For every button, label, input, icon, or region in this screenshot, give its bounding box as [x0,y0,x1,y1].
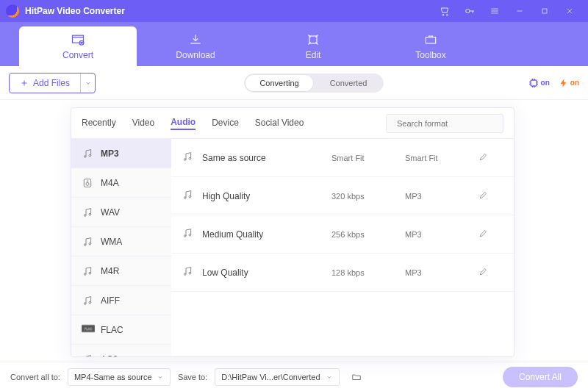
maximize-button[interactable] [532,0,557,22]
preset-bitrate: 128 kbps [331,268,405,277]
format-item-label: AC3 [101,354,118,357]
music-note-icon [182,227,202,241]
music-note-icon [82,295,93,306]
format-item-aiff[interactable]: AIFF [71,286,171,315]
format-item-label: MP3 [101,148,119,159]
format-item-label: FLAC [101,325,123,335]
tab-video[interactable]: Video [132,118,154,129]
svg-rect-7 [426,37,435,43]
tab-device[interactable]: Device [212,118,239,129]
preset-ext: Smart Fit [405,154,478,162]
music-note-icon [82,207,93,218]
format-item-m4r[interactable]: M4R [71,257,171,286]
format-item-ac3[interactable]: AC3 [71,345,171,356]
preset-name: Medium Quality [202,229,331,240]
save-to-value: D:\HitPaw Vi...er\Converted [221,373,320,381]
add-files-button[interactable]: Add Files [9,73,96,93]
app-title: HitPaw Video Converter [25,6,125,16]
svg-point-22 [89,301,91,304]
preset-name: Same as source [202,153,331,163]
tab-download[interactable]: Download [137,26,254,66]
format-item-label: WAV [101,207,120,218]
convert-all-to-select[interactable]: MP4-Same as source [68,368,171,386]
format-item-m4a[interactable]: M4A [71,168,171,198]
format-search[interactable] [386,114,503,133]
preset-row[interactable]: High Quality 320 kbps MP3 [171,177,514,215]
svg-point-31 [184,235,186,237]
convert-all-to-value: MP4-Same as source [74,373,152,381]
segment-converted[interactable]: Converted [314,74,383,92]
speaker-icon [82,177,93,189]
format-search-input[interactable] [397,119,498,128]
preset-edit-icon[interactable] [478,151,503,164]
preset-list: Same as source Smart Fit Smart Fit High … [171,139,514,356]
save-to-select[interactable]: D:\HitPaw Vi...er\Converted [215,368,340,386]
cart-button[interactable] [432,0,457,22]
tab-social-video[interactable]: Social Video [255,118,304,129]
preset-edit-icon[interactable] [478,266,503,279]
menu-button[interactable] [482,0,507,22]
tab-convert[interactable]: Convert [19,26,137,66]
svg-point-17 [84,243,86,245]
svg-point-11 [89,154,91,157]
tab-label: Convert [62,50,93,60]
svg-point-29 [184,197,186,199]
tab-audio[interactable]: Audio [171,117,196,130]
preset-name: High Quality [202,191,331,201]
music-note-icon [182,151,202,165]
convert-all-button[interactable]: Convert All [503,367,578,387]
svg-point-21 [84,302,86,304]
svg-point-18 [89,243,91,245]
flac-badge-icon: FLAC [82,324,93,336]
music-note-icon [82,236,93,248]
key-button[interactable] [457,0,482,22]
preset-ext: MP3 [405,268,478,277]
convert-all-button-label: Convert All [519,372,562,382]
format-category-tabs: Recently Video Audio Device Social Video [71,108,514,139]
svg-point-19 [84,273,86,275]
format-item-flac[interactable]: FLAC FLAC [71,315,171,345]
svg-point-30 [189,196,191,198]
segment-converting[interactable]: Converting [245,74,314,92]
convert-all-to-label: Convert all to: [10,373,60,381]
preset-ext: MP3 [405,230,478,239]
tab-edit[interactable]: Edit [254,26,372,66]
preset-row[interactable]: Low Quality 128 kbps MP3 [171,254,514,292]
minimize-button[interactable] [507,0,532,22]
svg-point-28 [189,157,191,159]
preset-name: Low Quality [202,268,331,278]
add-files-label: Add Files [33,78,70,88]
preset-row[interactable]: Same as source Smart Fit Smart Fit [171,139,514,177]
header-tabs: Convert Download Edit Toolbox [0,22,588,66]
add-files-dropdown[interactable] [80,73,95,93]
svg-point-32 [189,234,191,236]
hw-accel-chip-icon[interactable]: on [528,77,550,89]
hw-accel-bolt-icon[interactable]: on [559,77,579,89]
close-button[interactable] [557,0,582,22]
preset-bitrate: Smart Fit [331,154,405,162]
preset-row[interactable]: Medium Quality 256 kbps MP3 [171,215,514,254]
svg-point-16 [89,213,91,215]
preset-bitrate: 320 kbps [331,192,405,201]
tab-recently[interactable]: Recently [82,118,116,129]
svg-point-33 [184,273,186,276]
preset-edit-icon[interactable] [478,190,503,202]
queue-toggle[interactable]: Converting Converted [244,73,384,93]
tab-toolbox[interactable]: Toolbox [372,26,490,66]
add-files-main[interactable]: Add Files [10,73,80,93]
open-folder-button[interactable] [347,368,366,386]
preset-edit-icon[interactable] [478,228,503,240]
format-item-wma[interactable]: WMA [71,227,171,257]
preset-bitrate: 256 kbps [331,230,405,239]
preset-ext: MP3 [405,192,478,201]
svg-point-34 [189,272,191,274]
workspace: Recently Video Audio Device Social Video… [0,100,588,362]
svg-point-27 [184,159,186,161]
toolbar: Add Files Converting Converted on on [0,66,588,100]
format-item-wav[interactable]: WAV [71,198,171,227]
save-to-label: Save to: [178,373,207,381]
format-item-label: M4R [101,266,119,276]
format-item-mp3[interactable]: MP3 [71,139,171,168]
svg-point-0 [442,14,444,15]
format-list[interactable]: MP3 M4A WAV WMA M4R [71,139,171,356]
